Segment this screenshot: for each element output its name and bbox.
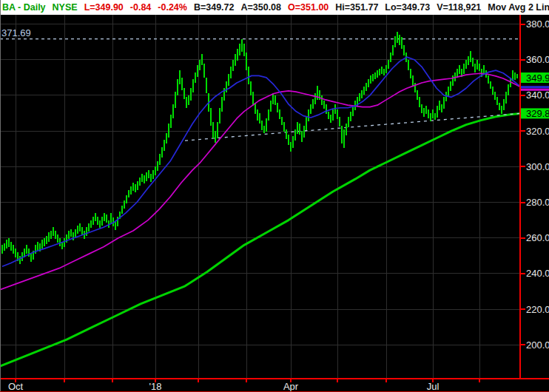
price-tick-label: 240.00 — [526, 268, 549, 279]
ask-value: A=350.08 — [240, 2, 281, 13]
resistance-price-label: 371.69 — [1, 27, 31, 38]
price-change-pct: -0.24% — [158, 2, 187, 13]
grid — [0, 15, 520, 379]
price-tick-label: 200.00 — [526, 339, 549, 351]
quote-bar: BA - Daily NYSE L=349.90 -0.84 -0.24% B=… — [0, 0, 549, 15]
month-tick-label: Apr — [283, 381, 299, 392]
last-price-tag-label: 349.90 — [526, 72, 549, 84]
month-tick-label: '18 — [149, 381, 162, 392]
price-tick-label: 280.00 — [526, 197, 549, 208]
month-tick-label: Jul — [427, 381, 439, 392]
ma-200-line — [0, 113, 520, 366]
price-tick-label: 320.00 — [526, 126, 549, 137]
trading-chart-window: BA - Daily NYSE L=349.90 -0.84 -0.24% B=… — [0, 0, 549, 392]
trendline — [185, 113, 520, 141]
price-tick-label: 260.00 — [526, 232, 549, 243]
bid-value: B=349.72 — [194, 2, 235, 13]
high-value: Hi=351.77 — [335, 2, 378, 13]
time-axis-labels: Oct'18AprJul — [8, 381, 439, 392]
price-tick-label: 340.00 — [526, 89, 549, 101]
ma50-axis-marker — [521, 89, 549, 91]
exchange-label: NYSE — [53, 2, 78, 13]
candlesticks — [2, 32, 517, 264]
price-change: -0.84 — [130, 2, 152, 13]
indicator-label: Mov Avg 2 Lines (Close,20,50 ... — [488, 2, 549, 13]
ma200-price-tag-label: 329.84 — [526, 108, 549, 119]
symbol-label: BA - Daily — [2, 2, 46, 13]
window-left-border — [0, 0, 1, 392]
price-chart[interactable]: 371.69380.00360.00340.00320.00300.00280.… — [0, 15, 549, 392]
ma200-price-tag: 329.84 — [521, 108, 549, 119]
resistance-line: 371.69 — [0, 27, 520, 39]
low-value: Lo=349.73 — [385, 2, 430, 13]
price-axis-labels: 380.00360.00340.00320.00300.00280.00260.… — [526, 18, 549, 351]
open-value: O=351.00 — [288, 2, 329, 13]
price-tick-label: 220.00 — [526, 304, 549, 315]
last-price: L=349.90 — [84, 2, 124, 13]
price-tick-label: 380.00 — [526, 18, 549, 30]
volume-value: V=118,921 — [437, 2, 481, 13]
ma20-axis-marker — [521, 86, 549, 88]
price-tick-label: 360.00 — [526, 54, 549, 65]
axes — [0, 15, 549, 382]
month-tick-label: Oct — [8, 381, 24, 392]
price-tick-label: 300.00 — [526, 161, 549, 172]
last-price-tag: 349.90 — [521, 72, 549, 84]
